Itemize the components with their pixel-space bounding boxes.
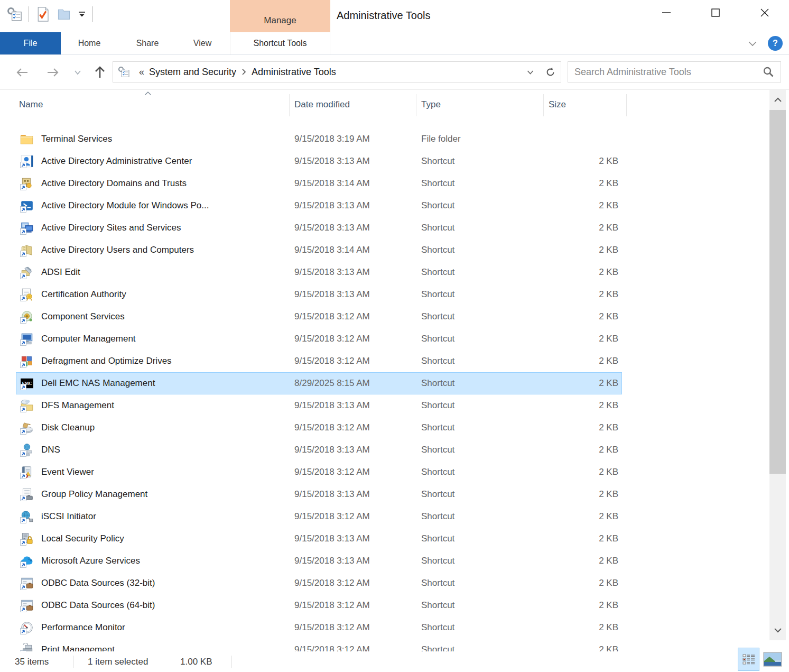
file-row[interactable]: ODBC Data Sources (64-bit) 9/15/2018 3:1… [0,594,769,616]
file-name: iSCSI Initiator [41,505,96,528]
file-row[interactable]: Active Directory Domains and Trusts 9/15… [0,172,769,195]
dell-emc-icon: EMC [20,372,34,394]
file-row[interactable]: Microsoft Azure Services 9/15/2018 3:13 … [0,550,769,572]
certification-authority-icon [20,283,34,306]
search-icon[interactable] [763,66,774,78]
file-name: DFS Management [41,394,114,417]
file-type: Shortcut [421,483,454,505]
file-date-modified: 9/15/2018 3:12 AM [294,505,370,528]
file-row[interactable]: Print Management 9/15/2018 3:12 AM Short… [0,639,769,651]
up-icon[interactable] [90,55,110,90]
file-name: Active Directory Domains and Trusts [41,172,187,195]
tab-shortcut-tools[interactable]: Shortcut Tools [230,32,330,54]
breadcrumb-item-system-and-security[interactable]: System and Security [149,67,236,78]
file-date-modified: 9/15/2018 3:13 AM [294,528,370,550]
help-icon[interactable]: ? [768,36,783,51]
maximize-button[interactable] [691,0,740,25]
ad-users-computers-icon [20,239,34,261]
close-button[interactable] [740,0,789,25]
tab-file[interactable]: File [0,32,61,54]
file-row[interactable]: Event Viewer 9/15/2018 3:12 AM Shortcut … [0,461,769,483]
sort-ascending-icon [144,91,152,96]
file-row[interactable]: Group Policy Management 9/15/2018 3:13 A… [0,483,769,505]
column-header-size[interactable]: Size [549,99,566,110]
admin-tools-app-icon[interactable] [6,6,22,22]
file-row[interactable]: Certification Authority 9/15/2018 3:13 A… [0,283,769,306]
refresh-icon[interactable] [540,61,561,82]
tab-home[interactable]: Home [66,32,113,54]
group-policy-icon [20,483,34,505]
breadcrumb-chevron-icon[interactable] [241,68,247,76]
tab-view[interactable]: View [181,32,224,54]
file-row[interactable]: EMC Dell EMC NAS Management 8/29/2025 8:… [0,372,769,394]
file-row[interactable]: Computer Management 9/15/2018 3:12 AM Sh… [0,328,769,350]
file-row[interactable]: Active Directory Administrative Center 9… [0,150,769,172]
file-list: Terminal Services 9/15/2018 3:19 AM File… [0,128,769,651]
tab-share[interactable]: Share [123,32,172,54]
status-bar: 35 items 1 item selected 1.00 KB [0,651,789,672]
qat-customize-icon[interactable] [78,10,86,19]
column-separator[interactable] [626,94,627,116]
qat-separator [92,6,93,22]
file-type: Shortcut [421,505,454,528]
file-row[interactable]: Disk Cleanup 9/15/2018 3:12 AM Shortcut … [0,417,769,439]
file-row[interactable]: Component Services 9/15/2018 3:12 AM Sho… [0,306,769,328]
event-viewer-icon [20,461,34,483]
file-type: Shortcut [421,239,454,261]
column-header-date-modified[interactable]: Date modified [294,99,350,110]
back-icon[interactable] [13,55,32,90]
powershell-icon [20,195,34,217]
column-header-name[interactable]: Name [19,99,43,110]
properties-check-icon[interactable] [35,6,50,22]
file-row[interactable]: Performance Monitor 9/15/2018 3:12 AM Sh… [0,616,769,639]
details-view-button[interactable] [738,648,759,671]
address-dropdown-icon[interactable] [526,68,535,76]
new-folder-icon[interactable] [57,7,71,22]
file-size: 2 KB [549,150,618,172]
file-row[interactable]: Active Directory Module for Windows Po..… [0,195,769,217]
file-name: ODBC Data Sources (32-bit) [41,572,155,594]
column-separator[interactable] [543,94,544,116]
expand-ribbon-icon[interactable] [747,38,758,49]
file-row[interactable]: iSCSI Initiator 9/15/2018 3:12 AM Shortc… [0,505,769,528]
file-date-modified: 9/15/2018 3:14 AM [294,239,370,261]
file-name: Active Directory Sites and Services [41,217,181,239]
file-size [549,128,618,150]
file-row[interactable]: ADSI Edit 9/15/2018 3:13 AM Shortcut 2 K… [0,261,769,283]
file-row[interactable]: Terminal Services 9/15/2018 3:19 AM File… [0,128,769,150]
minimize-button[interactable] [642,0,691,25]
breadcrumb-item-administrative-tools[interactable]: Administrative Tools [252,67,336,78]
file-row[interactable]: Defragment and Optimize Drives 9/15/2018… [0,350,769,372]
selection-count: 1 item selected [88,651,148,672]
file-size: 2 KB [549,461,618,483]
file-row[interactable]: Active Directory Users and Computers 9/1… [0,239,769,261]
search-input[interactable]: Search Administrative Tools [574,67,763,78]
file-row[interactable]: Local Security Policy 9/15/2018 3:13 AM … [0,528,769,550]
recent-locations-icon[interactable] [71,55,85,90]
azure-services-icon [20,550,34,572]
file-type: Shortcut [421,439,454,461]
defrag-icon [20,350,34,372]
file-date-modified: 9/15/2018 3:13 AM [294,394,370,417]
thumbnails-view-button[interactable] [763,652,782,667]
file-row[interactable]: ODBC Data Sources (32-bit) 9/15/2018 3:1… [0,572,769,594]
column-header-type[interactable]: Type [421,99,441,110]
vertical-scrollbar[interactable] [769,90,786,640]
forward-icon[interactable] [43,55,62,90]
breadcrumb-collapsed[interactable]: « [139,67,144,78]
file-row[interactable]: DNS 9/15/2018 3:13 AM Shortcut 2 KB [0,439,769,461]
file-size: 2 KB [549,594,618,616]
manage-contextual-header[interactable]: Manage [230,0,330,32]
file-row[interactable]: DFS Management 9/15/2018 3:13 AM Shortcu… [0,394,769,417]
file-date-modified: 9/15/2018 3:13 AM [294,150,370,172]
search-box[interactable]: Search Administrative Tools [568,61,781,82]
folder-icon [20,128,34,150]
file-row[interactable]: Active Directory Sites and Services 9/15… [0,217,769,239]
column-separator[interactable] [416,94,416,116]
scroll-up-icon[interactable] [769,90,786,110]
scrollbar-thumb[interactable] [769,110,786,474]
column-separator[interactable] [289,94,290,116]
address-bar[interactable]: « System and Security Administrative Too… [113,61,541,82]
file-size: 2 KB [549,550,618,572]
scroll-down-icon[interactable] [769,620,786,640]
